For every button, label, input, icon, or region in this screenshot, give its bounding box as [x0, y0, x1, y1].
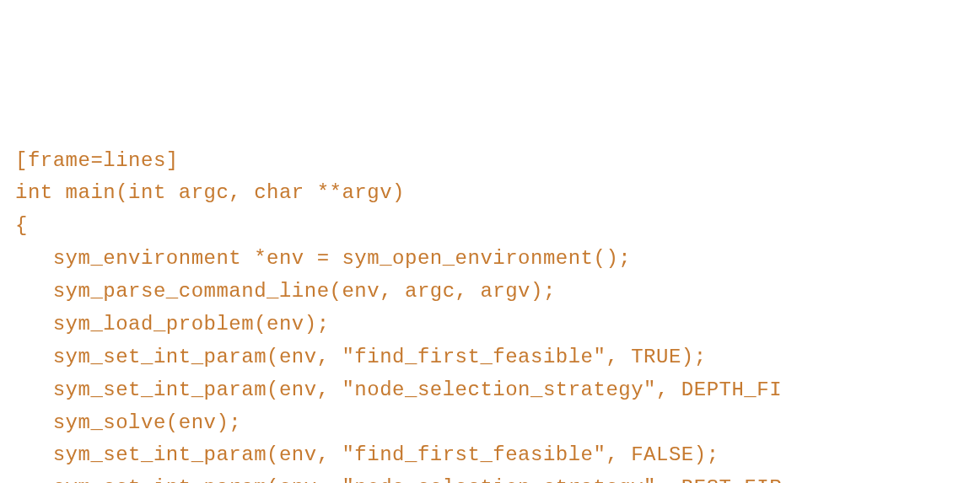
code-line: sym_set_int_param(env, "node_selection_s… [15, 378, 782, 401]
code-line: sym_environment *env = sym_open_environm… [15, 247, 631, 270]
code-line: sym_set_int_param(env, "node_selection_s… [15, 476, 782, 483]
code-line: sym_set_int_param(env, "find_first_feasi… [15, 346, 707, 368]
code-line: sym_solve(env); [15, 411, 241, 434]
code-line: sym_parse_command_line(env, argc, argv); [15, 280, 556, 303]
code-line: sym_load_problem(env); [15, 313, 330, 335]
code-line: sym_set_int_param(env, "find_first_feasi… [15, 443, 719, 466]
code-line: int main(int argc, char **argv) [15, 181, 405, 204]
code-line: [frame=lines] [15, 149, 179, 172]
code-line: { [15, 214, 28, 237]
code-listing: [frame=lines] int main(int argc, char **… [15, 145, 980, 484]
